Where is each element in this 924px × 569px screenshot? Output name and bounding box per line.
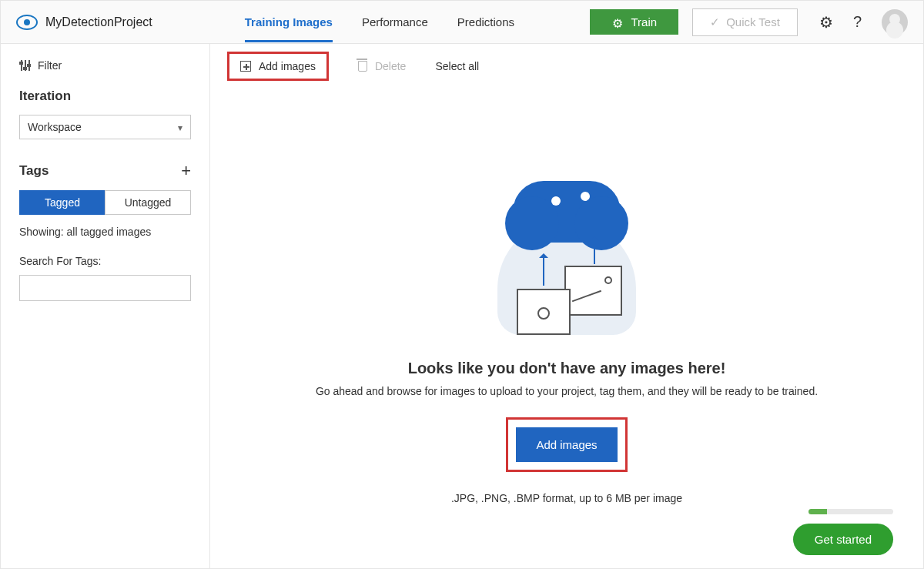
supported-formats: .JPG, .PNG, .BMP format, up to 6 MB per … xyxy=(451,492,682,504)
images-toolbar: Add images Delete Select all xyxy=(210,44,923,89)
onboarding-footer: Get started xyxy=(793,509,893,555)
train-button-label: Train xyxy=(631,15,658,28)
quick-test-button: Quick Test xyxy=(692,8,798,36)
delete-label: Delete xyxy=(375,60,406,72)
app-header: MyDetectionProject Training Images Perfo… xyxy=(1,1,923,44)
empty-title: Looks like you don't have any images her… xyxy=(408,360,726,377)
train-gear-icon xyxy=(611,16,624,28)
user-avatar[interactable] xyxy=(882,9,908,35)
delete-button: Delete xyxy=(358,60,406,72)
tab-performance[interactable]: Performance xyxy=(362,2,428,42)
chevron-down-icon xyxy=(178,121,182,133)
add-images-button[interactable]: Add images xyxy=(227,52,329,81)
help-icon[interactable] xyxy=(853,13,862,31)
check-icon xyxy=(710,15,720,29)
tags-heading: Tags xyxy=(19,163,49,179)
add-plus-icon xyxy=(240,61,251,72)
progress-bar xyxy=(808,509,893,514)
filter-label: Filter xyxy=(38,59,62,72)
trash-icon xyxy=(358,61,367,72)
sidebar: Filter Iteration Workspace Tags + Tagged… xyxy=(1,44,210,568)
search-tags-label: Search For Tags: xyxy=(19,255,191,267)
empty-subtitle: Go ahead and browse for images to upload… xyxy=(316,385,818,397)
progress-fill xyxy=(808,509,827,514)
filter-toggle[interactable]: Filter xyxy=(19,59,191,72)
showing-status: Showing: all tagged images xyxy=(19,226,191,238)
tab-predictions[interactable]: Predictions xyxy=(457,2,514,42)
iteration-select[interactable]: Workspace xyxy=(19,115,191,139)
filter-sliders-icon xyxy=(19,60,30,71)
get-started-button[interactable]: Get started xyxy=(793,524,893,555)
logo-eye-icon xyxy=(16,15,38,30)
iteration-selected-value: Workspace xyxy=(28,121,82,133)
add-tag-button[interactable]: + xyxy=(181,161,191,181)
project-brand: MyDetectionProject xyxy=(16,15,152,30)
empty-illustration xyxy=(494,181,640,343)
toggle-tagged[interactable]: Tagged xyxy=(19,190,105,215)
train-button[interactable]: Train xyxy=(590,9,679,35)
main-content: Add images Delete Select all Looks like … xyxy=(210,44,923,568)
select-all-button[interactable]: Select all xyxy=(435,60,479,72)
add-images-label: Add images xyxy=(259,60,316,72)
project-title: MyDetectionProject xyxy=(45,15,152,29)
settings-gear-icon[interactable] xyxy=(819,13,833,32)
iteration-heading: Iteration xyxy=(19,89,191,104)
nav-tabs: Training Images Performance Predictions xyxy=(245,2,514,42)
search-tags-input[interactable] xyxy=(19,275,191,301)
tag-filter-toggle: Tagged Untagged xyxy=(19,190,191,215)
tab-training-images[interactable]: Training Images xyxy=(245,2,333,42)
empty-state: Looks like you don't have any images her… xyxy=(210,89,923,568)
toggle-untagged[interactable]: Untagged xyxy=(105,190,191,215)
add-images-cta-highlight: Add images xyxy=(506,417,627,472)
add-images-cta-button[interactable]: Add images xyxy=(516,427,617,462)
quick-test-label: Quick Test xyxy=(726,15,780,28)
